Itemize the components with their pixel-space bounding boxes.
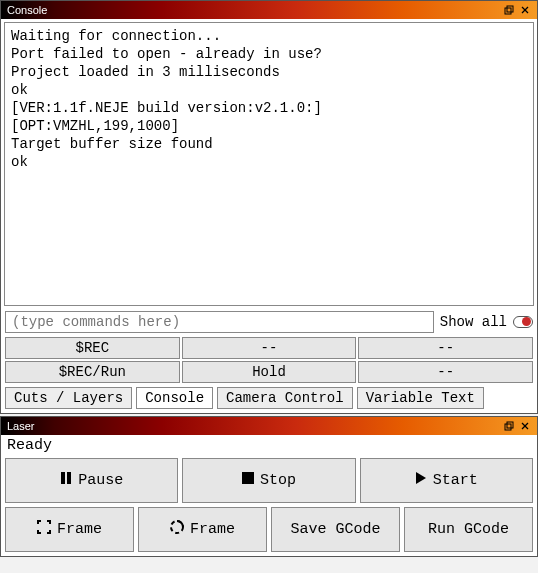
undock-icon[interactable]: [501, 419, 517, 433]
laser-button-grid: Pause Stop Start: [1, 454, 537, 556]
tab-variable-text[interactable]: Variable Text: [357, 387, 484, 409]
console-panel: Console Waiting for connection... Port f…: [0, 0, 538, 414]
close-icon[interactable]: [517, 3, 533, 17]
console-titlebar: Console: [1, 1, 537, 19]
run-gcode-label: Run GCode: [428, 521, 509, 538]
macro-button[interactable]: --: [358, 361, 533, 383]
start-label: Start: [433, 472, 478, 489]
show-all-toggle[interactable]: [513, 316, 533, 328]
pause-button[interactable]: Pause: [5, 458, 178, 503]
svg-rect-0: [505, 8, 511, 14]
pause-label: Pause: [78, 472, 123, 489]
tab-cuts-layers[interactable]: Cuts / Layers: [5, 387, 132, 409]
frame-rect-label: Frame: [57, 521, 102, 538]
play-icon: [415, 471, 427, 490]
save-gcode-label: Save GCode: [290, 521, 380, 538]
svg-rect-5: [507, 422, 513, 428]
save-gcode-button[interactable]: Save GCode: [271, 507, 400, 552]
svg-rect-1: [507, 6, 513, 12]
close-icon[interactable]: [517, 419, 533, 433]
laser-status: Ready: [1, 435, 537, 454]
pause-icon: [60, 471, 72, 490]
undock-icon[interactable]: [501, 3, 517, 17]
stop-button[interactable]: Stop: [182, 458, 355, 503]
show-all-label: Show all: [440, 314, 507, 330]
svg-marker-11: [416, 472, 426, 484]
console-log-text: Waiting for connection... Port failed to…: [11, 28, 322, 170]
macro-button[interactable]: $REC/Run: [5, 361, 180, 383]
svg-rect-10: [242, 472, 254, 484]
run-gcode-button[interactable]: Run GCode: [404, 507, 533, 552]
macro-button[interactable]: --: [358, 337, 533, 359]
frame-rect-icon: [37, 520, 51, 539]
svg-rect-4: [505, 424, 511, 430]
macro-button[interactable]: $REC: [5, 337, 180, 359]
stop-icon: [242, 472, 254, 489]
tab-camera-control[interactable]: Camera Control: [217, 387, 353, 409]
start-button[interactable]: Start: [360, 458, 533, 503]
console-title: Console: [7, 4, 501, 16]
frame-circle-icon: [170, 520, 184, 539]
frame-circle-label: Frame: [190, 521, 235, 538]
svg-rect-9: [67, 472, 71, 484]
console-command-row: Show all: [1, 309, 537, 335]
macro-button[interactable]: Hold: [182, 361, 357, 383]
laser-row-2: Frame Frame Save GCode Run GCode: [5, 507, 533, 552]
frame-circle-button[interactable]: Frame: [138, 507, 267, 552]
laser-titlebar: Laser: [1, 417, 537, 435]
stop-label: Stop: [260, 472, 296, 489]
laser-row-1: Pause Stop Start: [5, 458, 533, 503]
laser-title: Laser: [7, 420, 501, 432]
macro-button[interactable]: --: [182, 337, 357, 359]
tab-console[interactable]: Console: [136, 387, 213, 409]
tabs-row: Cuts / Layers Console Camera Control Var…: [1, 385, 537, 413]
svg-rect-8: [61, 472, 65, 484]
console-output: Waiting for connection... Port failed to…: [4, 22, 534, 306]
laser-panel: Laser Ready Pause Stop: [0, 416, 538, 557]
command-input[interactable]: [5, 311, 434, 333]
frame-rect-button[interactable]: Frame: [5, 507, 134, 552]
macro-grid: $REC -- -- $REC/Run Hold --: [1, 335, 537, 385]
